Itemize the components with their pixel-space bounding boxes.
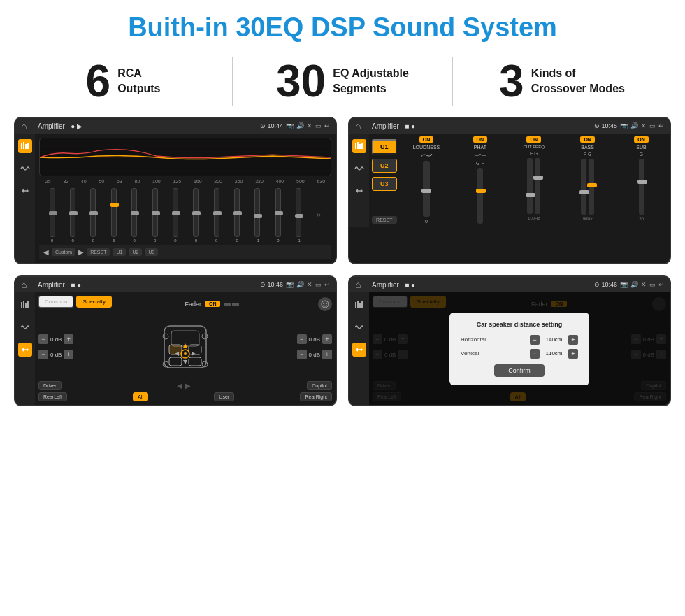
stat-eq-number: 30 <box>276 59 326 103</box>
confirm-button[interactable]: Confirm <box>494 364 545 377</box>
rear-left-btn[interactable]: RearLeft <box>38 392 67 401</box>
slider-6[interactable]: 0 <box>152 188 158 243</box>
arrows-icon[interactable] <box>18 184 32 198</box>
prev-preset-btn[interactable]: ◀ <box>43 248 49 256</box>
arrows-icon-4[interactable] <box>352 343 366 357</box>
eq-icon-2[interactable] <box>352 139 366 153</box>
front-right-plus[interactable]: + <box>322 334 332 344</box>
svg-rect-0 <box>21 143 22 149</box>
vertical-plus-btn[interactable]: + <box>568 349 578 359</box>
home-icon[interactable]: ⌂ <box>21 120 34 132</box>
rear-right-plus[interactable]: + <box>322 350 332 359</box>
status-icons-3: ⊙ 10:46 📷 🔊 ✕ ▭ ↩ <box>260 281 330 288</box>
wave-icon-2[interactable] <box>352 162 366 176</box>
close-icon-3: ✕ <box>307 281 312 288</box>
slider-3[interactable]: 0 <box>90 188 96 243</box>
rear-left-minus[interactable]: − <box>38 350 48 359</box>
back-icon-4[interactable]: ↩ <box>658 281 664 288</box>
slider-4[interactable]: 5 <box>111 188 117 243</box>
home-icon-2[interactable]: ⌂ <box>355 120 368 132</box>
back-icon[interactable]: ↩ <box>324 122 330 129</box>
freq-labels: 25 32 40 50 63 80 100 125 160 200 250 32… <box>39 179 331 184</box>
back-icon-3[interactable]: ↩ <box>324 281 330 288</box>
loudness-slider[interactable] <box>423 161 430 217</box>
screen1-title: Amplifier ● ▶ <box>38 122 260 130</box>
user-btn[interactable]: User <box>214 392 234 401</box>
slider-13[interactable]: -1 <box>296 188 301 243</box>
slider-9[interactable]: 0 <box>214 188 219 243</box>
phat-on[interactable]: ON <box>473 136 488 143</box>
arrows-icon-2[interactable] <box>352 184 366 198</box>
u2-btn-1[interactable]: U2 <box>129 248 142 256</box>
rear-left-plus[interactable]: + <box>64 350 73 359</box>
wave-icon[interactable] <box>18 162 32 176</box>
next-preset-btn[interactable]: ▶ <box>78 248 84 256</box>
wave-icon-3[interactable] <box>18 320 32 334</box>
u3-select-btn[interactable]: U3 <box>372 177 397 191</box>
front-left-minus[interactable]: − <box>38 334 48 344</box>
cutfreq-slider-g[interactable] <box>535 158 540 214</box>
slider-10[interactable]: 0 <box>234 188 240 243</box>
stat-rca-number: 6 <box>86 59 111 103</box>
common-tab[interactable]: Common <box>38 296 73 308</box>
rear-right-btn[interactable]: RearRight <box>300 392 332 401</box>
slider-11[interactable]: -1 <box>254 188 260 243</box>
front-right-minus[interactable]: − <box>297 334 307 344</box>
freq-80: 80 <box>135 179 140 184</box>
home-icon-3[interactable]: ⌂ <box>21 278 34 291</box>
specialty-tab[interactable]: Specialty <box>76 296 111 308</box>
volume-icon-2: 🔊 <box>630 122 638 129</box>
rear-right-minus[interactable]: − <box>297 350 307 359</box>
horizontal-plus-btn[interactable]: + <box>568 335 578 345</box>
front-left-plus[interactable]: + <box>64 334 73 344</box>
phat-slider-g[interactable] <box>477 168 483 224</box>
wave-icon-4[interactable] <box>352 320 366 334</box>
slider-5[interactable]: 0 <box>131 188 137 243</box>
cutfreq-on[interactable]: ON <box>526 136 541 143</box>
u3-btn-1[interactable]: U3 <box>145 248 158 256</box>
svg-rect-3 <box>27 143 29 149</box>
svg-rect-2 <box>25 144 27 149</box>
sub-slider[interactable] <box>639 159 644 215</box>
dialog-overlay: Car speaker distance setting Horizontal … <box>369 292 670 405</box>
loudness-on[interactable]: ON <box>419 136 434 143</box>
slider-1[interactable]: 0 <box>50 188 55 243</box>
u1-select-btn[interactable]: U1 <box>372 139 397 155</box>
fader-on-badge[interactable]: ON <box>205 301 221 307</box>
slider-7[interactable]: 0 <box>173 188 178 243</box>
all-btn[interactable]: All <box>133 392 148 401</box>
slider-12[interactable]: 0 <box>275 188 281 243</box>
vertical-minus-btn[interactable]: − <box>530 349 540 359</box>
u1-btn-1[interactable]: U1 <box>113 248 126 256</box>
eq-icon-4[interactable] <box>352 298 366 312</box>
bass-slider-f[interactable] <box>581 159 586 215</box>
cutfreq-slider-f[interactable] <box>527 158 533 214</box>
home-icon-4[interactable]: ⌂ <box>355 278 368 291</box>
eq-icon[interactable] <box>18 139 32 153</box>
eq-icon-3[interactable] <box>18 298 32 312</box>
freq-32: 32 <box>63 179 68 184</box>
reset-btn-1[interactable]: RESET <box>87 248 110 256</box>
copilot-btn[interactable]: Copilot <box>307 381 332 390</box>
side-icons-4 <box>349 292 369 405</box>
slider-8[interactable]: 0 <box>193 188 199 243</box>
bass-on[interactable]: ON <box>580 136 595 143</box>
rear-right-value: 0 dB <box>309 352 320 358</box>
stat-rca: 6 RCAOutputs <box>28 59 218 103</box>
custom-btn[interactable]: Custom <box>52 248 75 256</box>
freq-320: 320 <box>255 179 264 184</box>
reset-btn-2[interactable]: RESET <box>372 216 397 224</box>
arrows-icon-3[interactable] <box>18 343 32 357</box>
horizontal-minus-btn[interactable]: − <box>530 335 540 345</box>
svg-rect-47 <box>355 302 356 308</box>
freq-630: 630 <box>317 179 325 184</box>
slider-2[interactable]: 0 <box>70 188 75 243</box>
stat-crossover: 3 Kinds ofCrossover Modes <box>467 59 657 103</box>
u2-select-btn[interactable]: U2 <box>372 159 397 173</box>
bass-slider-g[interactable] <box>589 159 594 215</box>
horizontal-value: 140cm <box>542 336 566 343</box>
sub-on[interactable]: ON <box>634 136 649 143</box>
dialog-title: Car speaker distance setting <box>461 321 578 328</box>
back-icon-2[interactable]: ↩ <box>658 122 664 129</box>
driver-btn[interactable]: Driver <box>38 381 62 390</box>
